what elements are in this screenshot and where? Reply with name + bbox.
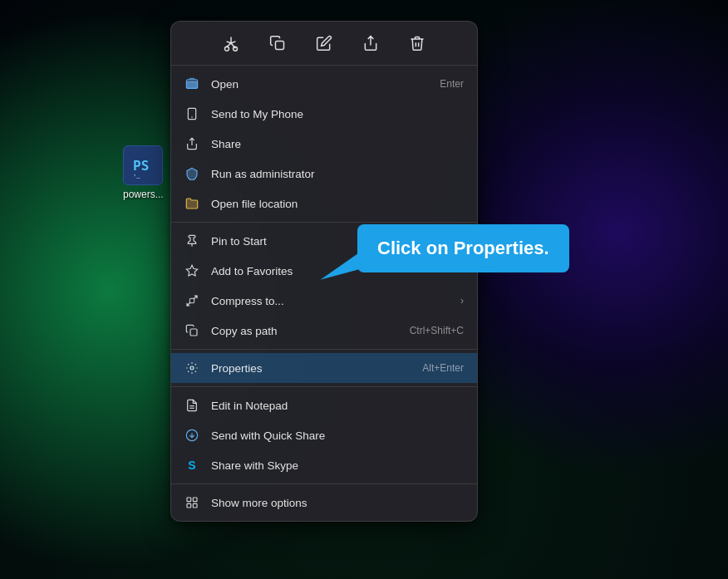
notepad-icon: [184, 398, 199, 413]
share-skype-label: Share with Skype: [211, 459, 464, 472]
menu-section-5: Show more options: [171, 483, 477, 521]
copy-path-icon: [184, 323, 199, 338]
svg-rect-24: [187, 503, 191, 508]
svg-rect-8: [186, 81, 197, 88]
send-quick-share-label: Send with Quick Share: [211, 429, 464, 442]
share-label: Share: [211, 138, 464, 150]
callout-box: Click on Properties.: [357, 224, 569, 272]
callout-container: Click on Properties.: [357, 224, 569, 272]
menu-section-4: Edit in Notepad Send with Quick Share S …: [171, 386, 477, 483]
run-as-admin-label: Run as administrator: [211, 168, 464, 180]
phone-icon: [184, 106, 199, 121]
more-options-icon: [184, 495, 199, 510]
share-icon: [184, 136, 199, 151]
properties-shortcut: Alt+Enter: [422, 362, 464, 374]
svg-rect-22: [187, 498, 191, 502]
svg-rect-5: [276, 42, 284, 50]
svg-rect-25: [193, 503, 197, 508]
share-arrow-icon[interactable]: [359, 32, 382, 55]
open-label: Open: [211, 78, 428, 91]
menu-section-1: Open Enter Send to My Phone Share: [171, 66, 477, 222]
properties-icon: [184, 361, 199, 375]
star-icon: [184, 263, 199, 278]
menu-item-compress-to[interactable]: Compress to... ›: [171, 286, 477, 316]
menu-item-open[interactable]: Open Enter: [171, 69, 477, 99]
menu-item-share[interactable]: Share: [171, 129, 477, 159]
open-icon: [184, 76, 199, 91]
menu-item-properties[interactable]: Properties Alt+Enter: [171, 353, 477, 383]
menu-item-send-to-phone[interactable]: Send to My Phone: [171, 99, 477, 129]
svg-rect-16: [189, 298, 194, 302]
menu-item-run-as-admin[interactable]: Run as administrator: [171, 159, 477, 189]
svg-rect-23: [193, 498, 197, 502]
menu-item-edit-in-notepad[interactable]: Edit in Notepad: [171, 390, 477, 420]
edit-in-notepad-label: Edit in Notepad: [211, 400, 464, 412]
toolbar-row: [171, 22, 477, 66]
ps-icon: PS ›_: [123, 145, 163, 185]
menu-section-properties: Properties Alt+Enter: [171, 349, 477, 386]
menu-item-share-skype[interactable]: S Share with Skype: [171, 450, 477, 480]
delete-icon[interactable]: [406, 32, 429, 55]
copy-as-path-label: Copy as path: [211, 325, 398, 337]
menu-item-send-quick-share[interactable]: Send with Quick Share: [171, 420, 477, 450]
menu-item-open-file-location[interactable]: Open file location: [171, 189, 477, 218]
properties-label: Properties: [211, 362, 411, 375]
svg-marker-13: [186, 265, 197, 276]
quick-share-icon: [184, 428, 199, 443]
send-to-phone-label: Send to My Phone: [211, 108, 464, 120]
copy-icon[interactable]: [266, 32, 289, 55]
desktop-icon-label: powers...: [123, 189, 164, 200]
shield-icon: [184, 166, 199, 181]
compress-to-label: Compress to...: [211, 295, 449, 307]
svg-point-18: [190, 366, 194, 370]
menu-item-copy-as-path[interactable]: Copy as path Ctrl+Shift+C: [171, 316, 477, 346]
cut-icon[interactable]: [219, 32, 243, 55]
skype-icon: S: [184, 458, 199, 473]
show-more-options-label: Show more options: [211, 497, 464, 509]
powershell-desktop-icon[interactable]: PS ›_ powers...: [123, 145, 164, 200]
open-shortcut: Enter: [440, 78, 464, 90]
compress-arrow: ›: [460, 295, 464, 307]
pin-icon: [184, 233, 199, 248]
svg-rect-17: [190, 329, 197, 336]
copy-as-path-shortcut: Ctrl+Shift+C: [410, 325, 464, 336]
svg-text:›_: ›_: [133, 172, 140, 179]
folder-icon: [184, 196, 199, 211]
callout-text: Click on Properties.: [377, 238, 549, 258]
compress-icon: [184, 293, 199, 308]
rename-icon[interactable]: [312, 32, 336, 55]
menu-item-show-more-options[interactable]: Show more options: [171, 488, 477, 518]
open-file-location-label: Open file location: [211, 198, 464, 210]
